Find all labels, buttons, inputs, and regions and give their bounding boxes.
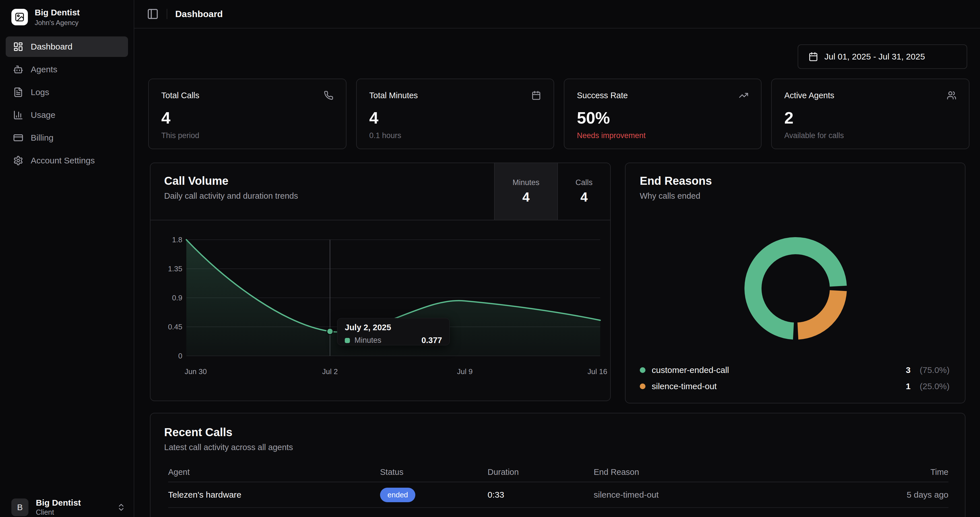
tab-label: Minutes xyxy=(512,178,539,187)
svg-text:1.35: 1.35 xyxy=(168,265,182,273)
legend-count: 1 xyxy=(906,381,911,391)
sidebar-item-billing[interactable]: Billing xyxy=(6,128,128,148)
column-header-status: Status xyxy=(380,468,488,477)
stat-value: 4 xyxy=(161,108,333,127)
stat-card-active-agents: Active Agents 2 Available for calls xyxy=(771,78,969,149)
panel-left-icon[interactable] xyxy=(147,8,159,20)
svg-text:0: 0 xyxy=(178,352,182,360)
cell-end-reason: silence-timed-out xyxy=(594,490,781,499)
column-header-end-reason: End Reason xyxy=(594,468,781,477)
credit-card-icon xyxy=(13,132,23,143)
user-menu[interactable]: B Big Dentist Client xyxy=(0,498,134,517)
tab-calls[interactable]: Calls 4 xyxy=(557,163,610,220)
stat-card-total-calls: Total Calls 4 This period xyxy=(148,78,347,149)
legend-label: customer-ended-call xyxy=(652,365,729,375)
image-icon xyxy=(14,12,25,22)
call-volume-header: Call Volume Daily call activity and dura… xyxy=(151,163,610,220)
date-range-button[interactable]: Jul 01, 2025 - Jul 31, 2025 xyxy=(798,45,967,69)
call-volume-tabs: Minutes 4 Calls 4 xyxy=(494,163,610,220)
cell-time: 5 days ago xyxy=(781,490,948,499)
status-badge: ended xyxy=(380,488,415,502)
column-header-agent: Agent xyxy=(168,468,380,477)
tooltip-series: Minutes xyxy=(355,336,382,345)
date-range-label: Jul 01, 2025 - Jul 31, 2025 xyxy=(824,52,925,62)
end-reasons-title: End Reasons xyxy=(640,174,965,187)
topbar: Dashboard xyxy=(134,0,980,29)
legend-label: silence-timed-out xyxy=(652,381,717,391)
tab-minutes[interactable]: Minutes 4 xyxy=(494,163,557,220)
legend-dot-green xyxy=(640,367,646,373)
tooltip-date: July 2, 2025 xyxy=(345,323,442,332)
table-row[interactable]: Telezen's hardware ended 0:33 silence-ti… xyxy=(168,482,948,508)
sidebar: Big Dentist John's Agency Dashboard Agen… xyxy=(0,0,134,517)
brand-subtitle: John's Agency xyxy=(35,19,80,27)
svg-text:0.45: 0.45 xyxy=(168,322,182,331)
cell-agent: Telezen's hardware xyxy=(168,490,380,499)
recent-calls-card: Recent Calls Latest call activity across… xyxy=(150,413,966,517)
brand-logo xyxy=(11,9,28,26)
sidebar-item-label: Logs xyxy=(31,88,49,97)
svg-text:Jul 16: Jul 16 xyxy=(587,367,607,376)
sidebar-item-label: Account Settings xyxy=(31,156,95,165)
legend-count: 3 xyxy=(906,365,911,375)
phone-icon xyxy=(324,91,333,100)
file-text-icon xyxy=(13,87,23,97)
sidebar-nav: Dashboard Agents Logs Usage Billing Acco… xyxy=(0,37,134,171)
sidebar-item-logs[interactable]: Logs xyxy=(6,82,128,102)
recent-calls-table: Agent Status Duration End Reason Time Te… xyxy=(168,462,948,508)
stat-subtitle: This period xyxy=(161,131,333,140)
sidebar-item-label: Dashboard xyxy=(31,42,73,51)
layout-dashboard-icon xyxy=(13,41,23,52)
stat-title: Total Minutes xyxy=(369,91,418,100)
svg-text:Jul 9: Jul 9 xyxy=(457,367,473,376)
end-reasons-legend: customer-ended-call 3 (75.0%) silence-ti… xyxy=(640,362,950,394)
stat-card-success-rate: Success Rate 50% Needs improvement xyxy=(564,78,762,149)
stat-value: 2 xyxy=(784,108,956,127)
stat-subtitle: Needs improvement xyxy=(577,131,748,140)
trending-up-icon xyxy=(739,91,748,100)
stat-title: Total Calls xyxy=(161,91,199,100)
end-reasons-card: End Reasons Why calls ended customer-end… xyxy=(625,163,966,404)
y-axis-ticks: 1.8 1.35 0.9 0.45 0 xyxy=(168,235,182,360)
tooltip-value: 0.377 xyxy=(421,336,442,345)
column-header-duration: Duration xyxy=(488,468,594,477)
calendar-icon xyxy=(531,91,541,100)
tab-label: Calls xyxy=(576,178,593,187)
end-reasons-donut-chart[interactable] xyxy=(736,228,855,348)
sidebar-item-account-settings[interactable]: Account Settings xyxy=(6,150,128,171)
stat-value: 50% xyxy=(577,108,748,127)
end-reasons-subtitle: Why calls ended xyxy=(640,191,965,201)
chart-tooltip: July 2, 2025 Minutes 0.377 xyxy=(337,318,450,345)
sidebar-item-usage[interactable]: Usage xyxy=(6,105,128,125)
users-icon xyxy=(947,91,956,100)
legend-item: customer-ended-call 3 (75.0%) xyxy=(640,362,950,378)
page-title: Dashboard xyxy=(175,9,223,19)
tab-value: 4 xyxy=(522,189,530,205)
legend-percent: (75.0%) xyxy=(920,365,950,375)
sidebar-item-agents[interactable]: Agents xyxy=(6,59,128,80)
bot-icon xyxy=(13,64,23,75)
svg-text:1.8: 1.8 xyxy=(172,235,182,244)
sidebar-item-label: Billing xyxy=(31,133,54,143)
brand-name: Big Dentist xyxy=(35,7,80,18)
brand: Big Dentist John's Agency xyxy=(0,0,134,27)
avatar: B xyxy=(11,498,29,516)
svg-text:Jul 2: Jul 2 xyxy=(322,367,338,376)
table-header-row: Agent Status Duration End Reason Time xyxy=(168,462,948,482)
donut-segment-silence-timed-out[interactable] xyxy=(798,291,838,331)
recent-calls-subtitle: Latest call activity across all agents xyxy=(164,443,965,452)
divider xyxy=(167,9,167,19)
svg-text:0.9: 0.9 xyxy=(172,294,182,302)
user-name: Big Dentist xyxy=(36,498,81,507)
gear-icon xyxy=(13,155,23,166)
bar-chart-icon xyxy=(13,110,23,120)
legend-dot-orange xyxy=(640,383,646,389)
chevrons-up-down-icon[interactable] xyxy=(117,503,126,512)
series-swatch xyxy=(345,338,350,343)
active-point xyxy=(327,328,333,335)
call-volume-area-chart[interactable]: 1.8 1.35 0.9 0.45 0 Jun 30 Jul 2 Jul 9 J… xyxy=(151,220,611,401)
stat-title: Success Rate xyxy=(577,91,628,100)
sidebar-item-dashboard[interactable]: Dashboard xyxy=(6,37,128,57)
stat-card-total-minutes: Total Minutes 4 0.1 hours xyxy=(356,78,554,149)
legend-item: silence-timed-out 1 (25.0%) xyxy=(640,378,950,394)
